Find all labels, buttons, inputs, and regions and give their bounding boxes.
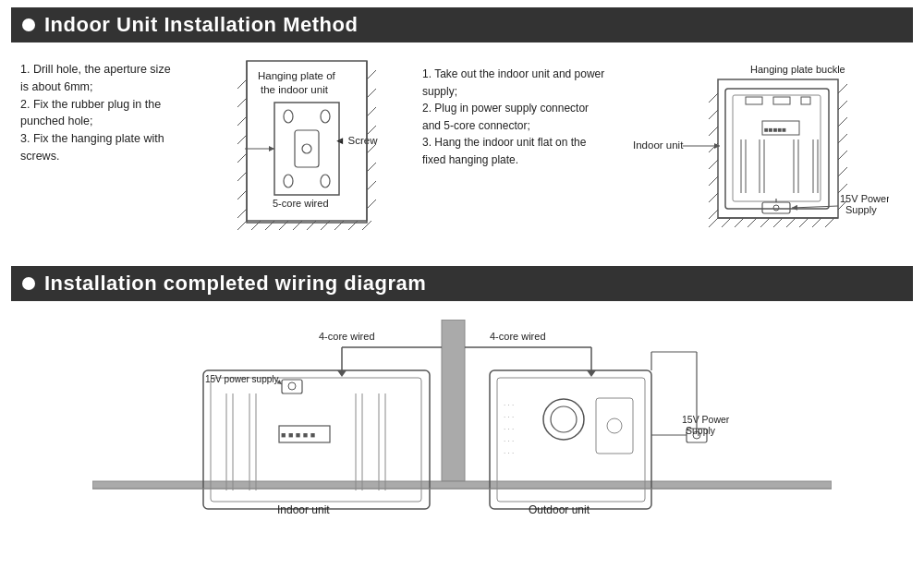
svg-line-72 xyxy=(748,218,757,227)
svg-line-29 xyxy=(237,116,247,126)
svg-line-92 xyxy=(838,167,847,176)
svg-line-88 xyxy=(838,101,847,110)
svg-point-8 xyxy=(284,175,293,188)
right-diagram: Hanging plate buckle Indoor unit xyxy=(616,52,912,246)
center-diagram: Hanging plate of the indoor unit xyxy=(191,52,413,246)
svg-line-87 xyxy=(838,84,847,93)
svg-line-84 xyxy=(709,176,718,186)
svg-point-4 xyxy=(284,110,293,123)
svg-line-90 xyxy=(838,134,847,143)
svg-text:· · ·: · · · xyxy=(504,449,514,457)
svg-rect-109 xyxy=(282,380,302,393)
svg-line-38 xyxy=(367,126,376,135)
svg-line-79 xyxy=(709,93,718,103)
svg-text:· · ·: · · · xyxy=(504,425,514,433)
svg-line-33 xyxy=(237,190,247,200)
svg-point-123 xyxy=(543,399,584,440)
wiring-diagram: ■ ■ ■ ■ ■ 15V power supply xyxy=(92,320,832,518)
svg-line-77 xyxy=(812,218,821,227)
wiring-section-title: Installation completed wiring diagram xyxy=(44,272,426,296)
svg-line-36 xyxy=(367,89,376,98)
wiring-content: ■ ■ ■ ■ ■ 15V power supply xyxy=(11,310,913,518)
svg-line-80 xyxy=(709,110,718,119)
svg-text:Outdoor unit: Outdoor unit xyxy=(529,503,590,516)
indoor-middle-step3: 3. Hang the indoor unit flat on the fixe… xyxy=(422,134,607,168)
svg-text:· · ·: · · · xyxy=(504,401,514,409)
indoor-instructions: 1. Drill hole, the aperture size is abou… xyxy=(20,52,182,165)
svg-rect-130 xyxy=(596,398,633,454)
svg-rect-95 xyxy=(442,320,465,481)
indoor-section-header: Indoor Unit Installation Method xyxy=(11,7,913,42)
svg-text:15V power supply: 15V power supply xyxy=(205,374,279,384)
svg-text:■■■■■: ■■■■■ xyxy=(764,126,786,134)
svg-line-69 xyxy=(709,218,718,227)
svg-text:Hanging plate of: Hanging plate of xyxy=(258,70,336,81)
indoor-step2: 2. Fix the rubber plug in the punched ho… xyxy=(20,96,182,131)
svg-rect-62 xyxy=(762,202,790,213)
svg-text:4-core wired: 4-core wired xyxy=(490,331,546,342)
indoor-middle-step1: 1. Take out the indoor unit and power su… xyxy=(422,66,607,100)
svg-line-32 xyxy=(237,172,247,181)
svg-line-89 xyxy=(838,117,847,127)
svg-line-93 xyxy=(838,184,847,193)
svg-text:Supply: Supply xyxy=(845,204,877,215)
svg-rect-50 xyxy=(801,97,810,104)
svg-text:■ ■ ■ ■ ■: ■ ■ ■ ■ ■ xyxy=(281,430,315,440)
svg-text:· · ·: · · · xyxy=(504,413,514,421)
svg-point-9 xyxy=(321,175,330,188)
svg-line-78 xyxy=(825,218,834,227)
bullet-icon xyxy=(22,18,35,31)
svg-line-28 xyxy=(237,98,247,107)
svg-text:15V Power: 15V Power xyxy=(840,193,889,204)
svg-rect-48 xyxy=(746,97,762,104)
svg-text:the indoor unit: the indoor unit xyxy=(261,84,329,95)
svg-line-82 xyxy=(709,143,718,152)
indoor-middle-step2: 2. Plug in power supply connector and 5-… xyxy=(422,100,607,134)
svg-rect-6 xyxy=(295,130,319,167)
indoor-unit-mounted-diagram: Hanging plate buckle Indoor unit xyxy=(616,56,889,246)
svg-text:15V Power: 15V Power xyxy=(682,414,730,425)
svg-point-110 xyxy=(288,382,296,390)
svg-text:4-core wired: 4-core wired xyxy=(319,331,375,342)
svg-line-83 xyxy=(709,160,718,169)
indoor-steps-middle: 1. Take out the indoor unit and power su… xyxy=(422,52,607,169)
svg-text:Hanging plate buckle: Hanging plate buckle xyxy=(750,64,845,75)
svg-line-71 xyxy=(735,218,744,227)
svg-text:Supply: Supply xyxy=(686,425,716,436)
svg-line-40 xyxy=(367,163,376,172)
svg-line-85 xyxy=(709,193,718,202)
svg-text:5-core wired: 5-core wired xyxy=(273,198,329,209)
hanging-plate-diagram: Hanging plate of the indoor unit xyxy=(191,52,413,246)
svg-line-31 xyxy=(237,153,247,163)
wiring-section: Installation completed wiring diagram xyxy=(11,266,913,518)
svg-line-42 xyxy=(367,200,376,209)
svg-line-34 xyxy=(237,209,247,218)
svg-line-41 xyxy=(367,181,376,190)
wiring-bullet-icon xyxy=(22,277,35,290)
svg-point-5 xyxy=(321,110,330,123)
indoor-step3: 3. Fix the hanging plate with screws. xyxy=(20,130,182,165)
svg-point-63 xyxy=(773,205,779,211)
svg-line-37 xyxy=(367,107,376,116)
svg-line-91 xyxy=(838,151,847,160)
svg-line-17 xyxy=(237,221,247,230)
svg-line-74 xyxy=(773,218,783,227)
wiring-section-header: Installation completed wiring diagram xyxy=(11,266,913,301)
svg-line-35 xyxy=(367,70,376,79)
svg-line-86 xyxy=(709,210,718,219)
svg-line-27 xyxy=(237,79,247,89)
indoor-section-title: Indoor Unit Installation Method xyxy=(44,13,358,37)
svg-marker-120 xyxy=(587,370,596,377)
svg-point-124 xyxy=(551,406,577,432)
svg-line-73 xyxy=(760,218,770,227)
indoor-content: 1. Drill hole, the aperture size is abou… xyxy=(11,52,913,255)
svg-marker-116 xyxy=(337,370,346,377)
svg-line-81 xyxy=(709,127,718,136)
indoor-step1: 1. Drill hole, the aperture size is abou… xyxy=(20,61,182,96)
svg-text:Indoor unit: Indoor unit xyxy=(633,139,684,151)
svg-point-7 xyxy=(302,144,311,153)
svg-text:Indoor unit: Indoor unit xyxy=(277,503,330,516)
svg-line-75 xyxy=(786,218,796,227)
svg-line-67 xyxy=(792,206,838,208)
svg-text:· · ·: · · · xyxy=(504,437,514,445)
